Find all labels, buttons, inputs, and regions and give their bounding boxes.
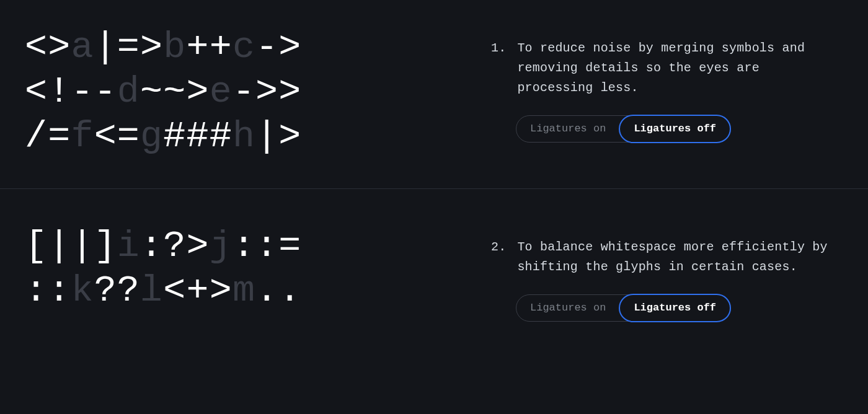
specimen-symbol: ->> bbox=[232, 71, 302, 113]
code-specimen: <>a|=>b++c-><!--d~~>e->>/=f<=g###h|> bbox=[25, 25, 466, 159]
specimen-symbol: ~~> bbox=[140, 71, 210, 113]
specimen-line: <>a|=>b++c-> bbox=[25, 25, 466, 69]
specimen-panel: [||]i:?>j::=::k??l<+>m.. bbox=[25, 224, 491, 322]
specimen-letter: c bbox=[232, 26, 255, 68]
specimen-letter: b bbox=[163, 26, 186, 68]
specimen-symbol: ++ bbox=[186, 26, 232, 68]
specimen-letter: g bbox=[140, 115, 163, 157]
specimen-letter: a bbox=[71, 26, 94, 68]
specimen-line: [||]i:?>j::= bbox=[25, 224, 466, 268]
specimen-line: ::k??l<+>m.. bbox=[25, 268, 466, 313]
specimen-letter: f bbox=[71, 115, 94, 157]
specimen-symbol: <> bbox=[25, 26, 71, 68]
specimen-symbol: ### bbox=[163, 115, 232, 157]
specimen-symbol: :: bbox=[25, 270, 71, 312]
specimen-letter: h bbox=[232, 115, 255, 157]
specimen-letter: k bbox=[71, 270, 94, 312]
item-number: 2. bbox=[491, 237, 506, 277]
specimen-letter: l bbox=[140, 270, 163, 312]
item-number: 1. bbox=[491, 38, 506, 98]
specimen-symbol: <= bbox=[94, 115, 140, 157]
feature-section-1: <>a|=>b++c-><!--d~~>e->>/=f<=g###h|> 1. … bbox=[0, 0, 868, 188]
specimen-symbol: [||] bbox=[25, 225, 117, 267]
specimen-symbol: /= bbox=[25, 115, 71, 157]
specimen-letter: i bbox=[117, 225, 140, 267]
feature-section-2: [||]i:?>j::=::k??l<+>m.. 2. To balance w… bbox=[0, 188, 868, 351]
description-panel: 1. To reduce noise by merging symbols an… bbox=[491, 25, 838, 159]
code-specimen: [||]i:?>j::=::k??l<+>m.. bbox=[25, 224, 466, 313]
specimen-symbol: .. bbox=[255, 270, 301, 312]
item-description: To reduce noise by merging symbols and r… bbox=[517, 38, 838, 98]
specimen-letter: j bbox=[210, 225, 232, 267]
specimen-line: <!--d~~>e->> bbox=[25, 69, 466, 114]
specimen-symbol: <!-- bbox=[25, 71, 117, 113]
specimen-symbol: ?? bbox=[94, 270, 140, 312]
ligatures-on-button[interactable]: Ligatures on bbox=[516, 294, 619, 322]
ligatures-on-button[interactable]: Ligatures on bbox=[516, 115, 619, 143]
description-panel: 2. To balance whitespace more efficientl… bbox=[491, 224, 838, 322]
specimen-panel: <>a|=>b++c-><!--d~~>e->>/=f<=g###h|> bbox=[25, 25, 491, 159]
specimen-symbol: :?> bbox=[140, 225, 210, 267]
ligatures-off-button[interactable]: Ligatures off bbox=[619, 115, 731, 143]
specimen-symbol: -> bbox=[255, 26, 301, 68]
specimen-symbol: <+> bbox=[163, 270, 232, 312]
specimen-letter: m bbox=[232, 270, 255, 312]
item-description: To balance whitespace more efficiently b… bbox=[517, 237, 838, 277]
specimen-letter: d bbox=[117, 71, 140, 113]
specimen-letter: e bbox=[210, 71, 232, 113]
specimen-symbol: |> bbox=[255, 115, 301, 157]
ligature-toggle: Ligatures on Ligatures off bbox=[516, 294, 731, 322]
ligatures-off-button[interactable]: Ligatures off bbox=[619, 294, 731, 322]
specimen-line: /=f<=g###h|> bbox=[25, 114, 466, 159]
specimen-symbol: |=> bbox=[94, 26, 164, 68]
specimen-symbol: ::= bbox=[232, 225, 302, 267]
ligature-toggle: Ligatures on Ligatures off bbox=[516, 115, 731, 143]
